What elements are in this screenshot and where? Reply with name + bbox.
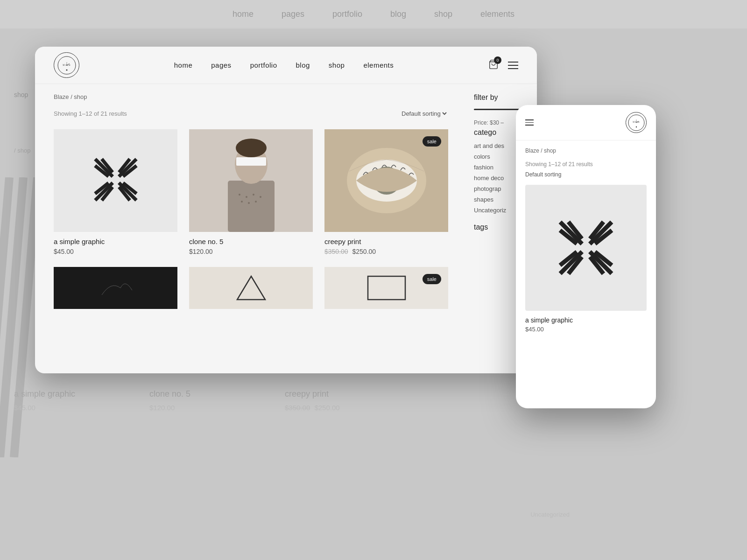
sale-badge-6: sale	[423, 274, 441, 284]
bg-product-name-1: a simple graphic	[14, 389, 149, 399]
product-image-5	[189, 267, 313, 309]
product-grid: a simple graphic $45.00	[54, 129, 448, 309]
svg-rect-39	[97, 276, 134, 300]
nav-portfolio[interactable]: portfolio	[250, 61, 277, 69]
bg-nav-elements: elements	[480, 9, 514, 19]
svg-rect-41	[368, 276, 405, 300]
product-price-3: $350.00 $250.00	[324, 248, 448, 255]
filter-title: filter by	[474, 93, 530, 102]
product-card-5[interactable]	[189, 267, 313, 309]
product-name-3: creepy print	[324, 238, 448, 245]
bg-price-1: $45.00	[14, 404, 149, 412]
header-icons: 0	[488, 59, 518, 71]
window-body: Blaze / shop Showing 1–12 of 21 results …	[35, 84, 537, 373]
svg-rect-21	[228, 181, 275, 232]
product-price-2: $120.00	[189, 248, 313, 255]
nav-home[interactable]: home	[174, 61, 193, 69]
bg-product-name-3: creepy print	[285, 389, 420, 399]
bg-nav-blog: blog	[390, 9, 406, 19]
bg-nav: home pages portfolio blog shop elements	[0, 0, 747, 28]
svg-point-28	[253, 194, 254, 196]
mobile-results: Showing 1–12 of 21 results	[525, 161, 647, 168]
bg-nav-shop: shop	[434, 9, 452, 19]
mobile-product-name: a simple graphic	[525, 316, 647, 324]
product-image-6: sale	[324, 267, 448, 309]
results-count: Showing 1–12 of 21 results	[54, 110, 127, 117]
product-image-2	[189, 129, 313, 232]
main-content: Blaze / shop Showing 1–12 of 21 results …	[35, 84, 467, 373]
sort-select[interactable]: Default sorting	[400, 110, 448, 118]
bg-shop-label: shop	[14, 91, 28, 98]
desktop-window: blaze home pages portfolio blog shop ele…	[35, 47, 537, 373]
svg-point-32	[255, 201, 257, 203]
bg-nav-pages: pages	[282, 9, 304, 19]
bg-price-3: $350.00 $250.00	[285, 404, 420, 412]
nav-shop[interactable]: shop	[329, 61, 345, 69]
svg-point-29	[260, 196, 261, 198]
mobile-product-card[interactable]: a simple graphic $45.00	[525, 185, 647, 333]
svg-point-27	[246, 196, 247, 198]
desktop-header: blaze home pages portfolio blog shop ele…	[35, 47, 537, 84]
desktop-logo[interactable]: blaze	[54, 52, 79, 78]
svg-point-5	[66, 69, 67, 70]
bg-product-name-2: clone no. 5	[149, 389, 285, 399]
mobile-hamburger[interactable]	[525, 119, 534, 126]
svg-point-44	[635, 126, 636, 127]
mobile-product-price: $45.00	[525, 326, 647, 333]
product-card-4[interactable]	[54, 267, 177, 309]
product-card-3[interactable]: sale	[324, 129, 448, 255]
bg-product-row: a simple graphic clone no. 5 creepy prin…	[14, 389, 434, 399]
svg-point-25	[236, 139, 267, 157]
mobile-window: blaze Blaze / shop Showing 1–12 of 21 re…	[516, 105, 656, 408]
svg-point-26	[239, 194, 240, 196]
bg-nav-portfolio: portfolio	[332, 9, 362, 19]
bg-breadcrumb: / shop	[14, 147, 30, 154]
product-image-4	[54, 267, 177, 309]
person-image	[189, 129, 313, 232]
price-original-3: $350.00	[324, 248, 348, 255]
product-name-1: a simple graphic	[54, 238, 177, 245]
svg-rect-24	[236, 157, 266, 166]
bg-price-2: $120.00	[149, 404, 285, 412]
nav-pages[interactable]: pages	[211, 61, 231, 69]
nav-elements[interactable]: elements	[363, 61, 394, 69]
mobile-breadcrumb: Blaze / shop	[525, 147, 647, 154]
product-image-3: sale	[324, 129, 448, 232]
breadcrumb: Blaze / shop	[54, 93, 448, 100]
mobile-sort[interactable]: Default sorting	[525, 171, 647, 178]
nav-blog[interactable]: blog	[296, 61, 310, 69]
bg-nav-home: home	[233, 9, 254, 19]
svg-point-30	[241, 201, 243, 203]
product-card-1[interactable]: a simple graphic $45.00	[54, 129, 177, 255]
mobile-product-image	[525, 185, 647, 311]
mobile-logo[interactable]: blaze	[626, 112, 647, 133]
graphic-symbol-1	[88, 152, 144, 210]
cart-count: 0	[494, 56, 501, 64]
mobile-header: blaze	[516, 105, 656, 140]
cart-button[interactable]: 0	[488, 59, 499, 71]
shop-controls: Showing 1–12 of 21 results Default sorti…	[54, 110, 448, 118]
product-card-6[interactable]: sale	[324, 267, 448, 309]
mobile-body: Blaze / shop Showing 1–12 of 21 results …	[516, 140, 656, 408]
bg-uncategorized: Uncategorized	[530, 511, 570, 518]
product-card-2[interactable]: clone no. 5 $120.00	[189, 129, 313, 255]
product-name-2: clone no. 5	[189, 238, 313, 245]
bg-price-row: $45.00 $120.00 $350.00 $250.00	[14, 404, 434, 412]
desktop-nav: home pages portfolio blog shop elements	[174, 61, 394, 69]
product-image-1	[54, 129, 177, 232]
sale-badge-3: sale	[423, 136, 441, 147]
svg-marker-40	[237, 276, 265, 300]
price-sale-3: $250.00	[352, 248, 376, 255]
svg-point-31	[248, 202, 250, 204]
product-price-1: $45.00	[54, 248, 177, 255]
hamburger-menu[interactable]	[508, 62, 518, 69]
